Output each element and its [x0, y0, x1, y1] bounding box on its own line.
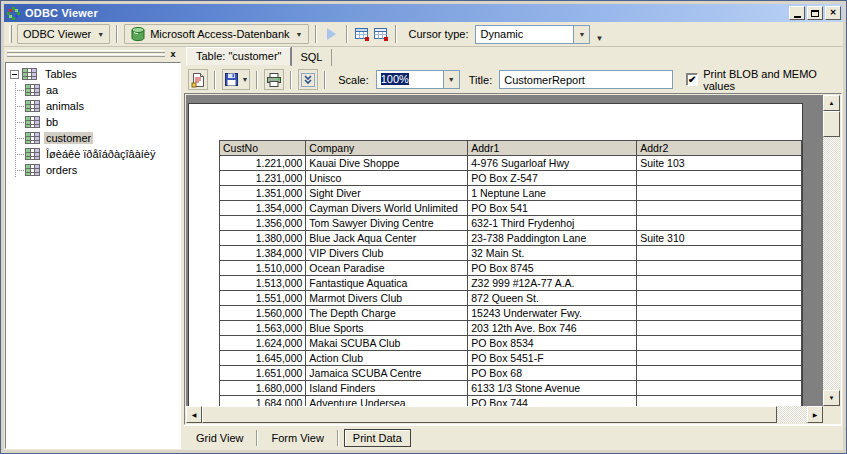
cursor-type-combo[interactable]: Dynamic ▼: [475, 25, 590, 44]
title-bar[interactable]: ODBC Viewer ✕: [4, 4, 843, 22]
table-icon: [25, 100, 41, 112]
chevron-down-icon[interactable]: ▼: [573, 26, 589, 43]
tree-item-label: aa: [44, 84, 60, 96]
print-button[interactable]: [264, 69, 284, 90]
tree-item-label: orders: [44, 164, 79, 176]
chevron-down-icon[interactable]: ▼: [443, 71, 459, 88]
toolbar-gripper[interactable]: [9, 25, 12, 43]
view-mode-tabs: Grid ViewForm ViewPrint Data: [184, 425, 842, 449]
report-cell: 1.231,000: [220, 171, 306, 186]
report-cell: Action Club: [306, 351, 468, 366]
table-icon: [25, 84, 41, 96]
scroll-right-icon[interactable]: ▶: [807, 406, 823, 423]
panel-close-icon[interactable]: x: [167, 48, 179, 60]
print-blob-checkbox[interactable]: ✔: [686, 73, 698, 86]
scale-combo[interactable]: 100% ▼: [376, 70, 460, 89]
toolbar-overflow-icon[interactable]: ▼: [595, 34, 603, 46]
toolbar-separator: [315, 25, 317, 43]
report-row: 1.351,000Sight Diver1 Neptune Lane: [220, 186, 802, 201]
report-setup-button[interactable]: [188, 69, 208, 90]
main-pane: Table: "customer" SQL ▼: [184, 46, 842, 449]
scroll-up-icon[interactable]: ▲: [823, 95, 840, 111]
printer-icon: [266, 72, 282, 88]
toolbar-separator: [395, 25, 397, 43]
vertical-scrollbar[interactable]: ▲ ▼: [823, 95, 840, 406]
tree-children: aaanimalsbbcustomerÎøèáêè ïðåîáðàçîâàíèÿ…: [15, 82, 178, 178]
title-label: Title:: [469, 74, 492, 86]
datasource-menu-button[interactable]: Microsoft Access-Datenbank ▼: [124, 24, 308, 44]
report-cell: VIP Divers Club: [306, 246, 468, 261]
odbc-viewer-menu-button[interactable]: ODBC Viewer ▼: [17, 24, 110, 44]
report-cell: [637, 306, 802, 321]
toolbar-separator: [324, 71, 326, 89]
report-row: 1.384,000VIP Divers Club32 Main St.: [220, 246, 802, 261]
tree-item-label: Îøèáêè ïðåîáðàçîâàíèÿ: [44, 148, 157, 160]
report-row: 1.221,000Kauai Dive Shoppe4-976 Sugarloa…: [220, 156, 802, 171]
scrollbar-track[interactable]: [823, 111, 840, 390]
view-tab-print-data[interactable]: Print Data: [344, 429, 411, 447]
horizontal-scroll-thumb[interactable]: [202, 406, 777, 423]
report-cell: PO Box 8534: [468, 336, 637, 351]
report-cell: 1.513,000: [220, 276, 306, 291]
tree-item-aa[interactable]: aa: [15, 82, 178, 98]
tables-treeview[interactable]: Tables aaanimalsbbcustomerÎøèáêè ïðåîáðà…: [5, 62, 181, 449]
table-icon: [25, 116, 41, 128]
table-icon: [25, 132, 41, 144]
view-tab-grid-view[interactable]: Grid View: [188, 430, 251, 446]
report-row: 1.356,000Tom Sawyer Diving Centre632-1 T…: [220, 216, 802, 231]
report-cell: 1.624,000: [220, 336, 306, 351]
odbc-viewer-window: ODBC Viewer ✕ ODBC Viewer ▼ Microsoft Ac…: [0, 0, 847, 454]
toolbar-separator: [290, 71, 292, 89]
cursor-type-value: Dynamic: [476, 26, 573, 43]
print-blob-label: Print BLOB and MEMO values: [703, 68, 838, 92]
report-cell: 1.680,000: [220, 381, 306, 396]
tree-item-animals[interactable]: animals: [15, 98, 178, 114]
report-title-input[interactable]: [499, 70, 673, 89]
result-grid-alt-icon[interactable]: [373, 26, 389, 42]
scale-label: Scale:: [338, 74, 369, 86]
grip-line: [7, 50, 165, 53]
tree-item-bb[interactable]: bb: [15, 114, 178, 130]
tree-root-tables[interactable]: Tables: [8, 66, 178, 82]
tree-item-customer[interactable]: customer: [15, 130, 178, 146]
report-row: 1.354,000Cayman Divers World UnlimitedPO…: [220, 201, 802, 216]
report-cell: 1.645,000: [220, 351, 306, 366]
maximize-button[interactable]: [807, 6, 823, 20]
report-row: 1.651,000Jamaica SCUBA CentrePO Box 68: [220, 366, 802, 381]
tab-table-customer[interactable]: Table: "customer": [186, 47, 291, 66]
run-query-icon[interactable]: [327, 28, 336, 40]
horizontal-scrollbar[interactable]: ◀ ▶: [186, 406, 823, 423]
print-blob-checkbox-group[interactable]: ✔ Print BLOB and MEMO values: [686, 68, 838, 92]
toolbar-separator: [214, 71, 216, 89]
report-cell: Adventure Undersea: [306, 396, 468, 407]
report-cell: 1.563,000: [220, 321, 306, 336]
report-row: 1.563,000Blue Sports203 12th Ave. Box 74…: [220, 321, 802, 336]
tree-item-label: animals: [44, 100, 86, 112]
minimize-button[interactable]: [789, 6, 805, 20]
report-row: 1.624,000Makai SCUBA ClubPO Box 8534: [220, 336, 802, 351]
report-row: 1.645,000Action ClubPO Box 5451-F: [220, 351, 802, 366]
report-column-header: CustNo: [220, 141, 306, 156]
view-tab-form-view[interactable]: Form View: [263, 430, 331, 446]
collapse-toolbar-button[interactable]: [298, 69, 318, 90]
scroll-down-icon[interactable]: ▼: [823, 390, 840, 406]
tab-separator: [337, 430, 339, 446]
tab-sql[interactable]: SQL: [291, 49, 332, 66]
vertical-scroll-thumb[interactable]: [823, 111, 840, 137]
sidebar-grip[interactable]: x: [5, 48, 181, 60]
tree-item--[interactable]: Îøèáêè ïðåîáðàçîâàíèÿ: [15, 146, 178, 162]
report-cell: 872 Queen St.: [468, 291, 637, 306]
toolbar-separator: [116, 25, 118, 43]
report-cell: 1.560,000: [220, 306, 306, 321]
tree-item-orders[interactable]: orders: [15, 162, 178, 178]
tree-root-label: Tables: [43, 68, 79, 80]
cursor-type-label: Cursor type:: [409, 28, 469, 40]
tree-collapse-icon[interactable]: [10, 70, 19, 79]
close-button[interactable]: ✕: [825, 6, 841, 20]
result-grid-icon[interactable]: [354, 26, 370, 42]
scroll-left-icon[interactable]: ◀: [186, 406, 202, 423]
save-report-button[interactable]: ▼: [222, 69, 250, 90]
report-cell: Blue Sports: [306, 321, 468, 336]
report-row: 1.560,000The Depth Charge15243 Underwate…: [220, 306, 802, 321]
report-cell: Z32 999 #12A-77 A.A.: [468, 276, 637, 291]
